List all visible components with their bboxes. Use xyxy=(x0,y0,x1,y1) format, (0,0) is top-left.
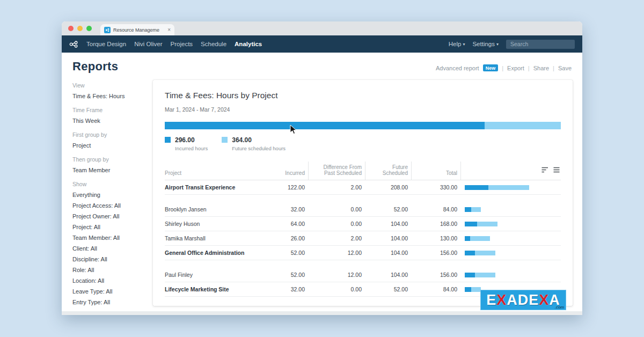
bar-incurred-segment xyxy=(465,236,470,241)
total-value: 168.00 xyxy=(411,217,460,231)
column-header-total[interactable]: Total xyxy=(411,162,460,180)
bar-incurred-segment xyxy=(465,273,475,277)
sort-descending-icon[interactable] xyxy=(541,167,548,173)
separator: | xyxy=(553,65,554,71)
advanced-report-link[interactable]: Advanced report xyxy=(436,65,479,71)
future-scheduled-value: 104.00 xyxy=(365,231,411,245)
future-scheduled-value: 52.00 xyxy=(365,202,411,216)
table-row-general-office-administration[interactable]: General Office Administration52.0012.001… xyxy=(165,246,561,260)
summary-legend: 296.00 Incurred hours 364.00 Future sche… xyxy=(165,136,561,151)
table-row-brooklyn-jansen[interactable]: Brooklyn Jansen32.000.0052.0084.00 xyxy=(165,202,561,217)
nav-item-torque-design[interactable]: Torque Design xyxy=(86,41,126,47)
row-stacked-bar xyxy=(465,185,529,190)
sidebar-item-client-all[interactable]: Client: All xyxy=(72,246,153,252)
sidebar-item-time-fees-hours[interactable]: Time & Fees: Hours xyxy=(72,93,153,99)
sidebar-item-discipline-all[interactable]: Discipline: All xyxy=(72,257,153,262)
nav-item-projects[interactable]: Projects xyxy=(171,41,193,47)
column-header-incurred[interactable]: Incurred xyxy=(254,162,308,180)
minimize-window-button[interactable] xyxy=(77,26,83,31)
bar-incurred-segment xyxy=(465,185,488,190)
sidebar-item-entry-type-all[interactable]: Entry Type: All xyxy=(72,299,153,305)
sidebar-group-time-frame: Time FrameThis Week xyxy=(72,107,153,124)
legend-item-incurred: 296.00 Incurred hours xyxy=(165,136,208,151)
share-button[interactable]: Share xyxy=(533,65,549,71)
sidebar-group-first-group-by: First group byProject xyxy=(72,131,153,149)
legend-swatch-future xyxy=(222,137,228,143)
incurred-value: 52.00 xyxy=(254,268,308,282)
row-bar-cell xyxy=(460,236,561,241)
nav-item-nivi-oliver[interactable]: Nivi Oliver xyxy=(134,41,162,47)
sidebar-group-show: ShowEverythingProject Access: AllProject… xyxy=(72,181,153,305)
legend-label-incurred: Incurred hours xyxy=(175,145,208,151)
column-header-future-scheduled[interactable]: Future Scheduled xyxy=(365,162,411,180)
new-badge: New xyxy=(483,64,499,71)
report-date-range: Mar 1, 2024 - Mar 7, 2024 xyxy=(165,106,561,113)
report-body: ViewTime & Fees: HoursTime FrameThis Wee… xyxy=(62,78,582,311)
sidebar-item-project[interactable]: Project xyxy=(72,143,153,149)
close-window-button[interactable] xyxy=(68,26,74,31)
menu-icon[interactable] xyxy=(553,167,560,173)
incurred-value: 122.00 xyxy=(254,180,308,194)
row-bar-cell xyxy=(460,207,561,212)
table-row-paul-finley[interactable]: Paul Finley52.0012.00104.00156.00 xyxy=(165,268,561,282)
sidebar-item-leave-type-all[interactable]: Leave Type: All xyxy=(72,289,153,295)
incurred-value: 26.00 xyxy=(254,231,308,245)
row-stacked-bar xyxy=(465,222,497,226)
incurred-value: 64.00 xyxy=(254,217,308,231)
incurred-value: 32.00 xyxy=(254,304,308,306)
table-header-row: Project Incurred Difference From Past Sc… xyxy=(165,162,561,180)
future-scheduled-value: 52.00 xyxy=(365,304,411,306)
row-stacked-bar xyxy=(465,207,481,212)
total-value: 330.00 xyxy=(411,180,460,194)
future-scheduled-value: 208.00 xyxy=(365,180,411,194)
sidebar-item-role-all[interactable]: Role: All xyxy=(72,267,153,273)
difference-value: 0.00 xyxy=(308,217,365,231)
nav-menu-settings[interactable]: Settings▾ xyxy=(472,41,499,47)
sidebar-item-team-member[interactable]: Team Member xyxy=(72,167,153,173)
nav-item-schedule[interactable]: Schedule xyxy=(201,41,226,47)
sidebar-item-project-all[interactable]: Project: All xyxy=(72,224,153,230)
viewport-bottom-strip xyxy=(62,311,582,315)
column-header-difference[interactable]: Difference From Past Scheduled xyxy=(308,162,365,180)
sidebar-item-team-member-all[interactable]: Team Member: All xyxy=(72,235,153,241)
sidebar-item-everything[interactable]: Everything xyxy=(72,192,153,198)
tab-close-icon[interactable]: × xyxy=(167,27,171,33)
summary-bar-incurred-segment xyxy=(165,122,485,129)
table-row-shirley-huson[interactable]: Shirley Huson64.000.00104.00168.00 xyxy=(165,217,561,231)
sidebar-item-project-access-all[interactable]: Project Access: All xyxy=(72,203,153,209)
nav-menu-help[interactable]: Help▾ xyxy=(449,41,465,47)
sidebar-item-project-owner-all[interactable]: Project Owner: All xyxy=(72,214,153,219)
column-header-project[interactable]: Project xyxy=(165,162,254,180)
bar-future-segment xyxy=(470,236,491,241)
report-title: Time & Fees: Hours by Project xyxy=(165,91,561,100)
future-scheduled-value: 104.00 xyxy=(365,217,411,231)
browser-tab[interactable]: Resource Manageme × xyxy=(100,24,174,35)
difference-value: 0.00 xyxy=(308,202,365,216)
table-row-airport-transit-experience[interactable]: Airport Transit Experience122.002.00208.… xyxy=(165,180,561,195)
search-input[interactable] xyxy=(506,40,575,49)
row-bar-cell xyxy=(460,251,561,255)
sidebar-item-this-week[interactable]: This Week xyxy=(72,118,153,124)
bar-incurred-segment xyxy=(465,287,471,292)
export-button[interactable]: Export xyxy=(507,65,524,71)
table-row-tamika-marshall[interactable]: Tamika Marshall26.002.00104.00130.00 xyxy=(165,231,561,246)
project-name: Shirley Huson xyxy=(165,217,254,231)
row-stacked-bar xyxy=(465,251,495,255)
app-logo-icon[interactable] xyxy=(69,41,78,48)
bar-future-segment xyxy=(475,251,495,255)
future-scheduled-value: 52.00 xyxy=(365,282,411,296)
page-header: Reports Advanced report New |Export|Shar… xyxy=(62,53,582,78)
browser-chrome-bar: Resource Manageme × xyxy=(62,21,582,35)
difference-value: 0.00 xyxy=(308,304,365,306)
watermark-letter: X xyxy=(496,293,507,307)
summary-stacked-bar[interactable] xyxy=(165,122,561,129)
maximize-window-button[interactable] xyxy=(86,26,92,31)
row-stacked-bar xyxy=(465,273,495,277)
watermark-letter: X xyxy=(539,293,549,307)
nav-item-analytics[interactable]: Analytics xyxy=(235,41,262,47)
save-button[interactable]: Save xyxy=(558,65,572,71)
sidebar-group-view: ViewTime & Fees: Hours xyxy=(72,82,153,99)
sidebar-item-location-all[interactable]: Location: All xyxy=(72,278,153,284)
page-title: Reports xyxy=(72,60,118,74)
table-body: Airport Transit Experience122.002.00208.… xyxy=(165,180,561,306)
